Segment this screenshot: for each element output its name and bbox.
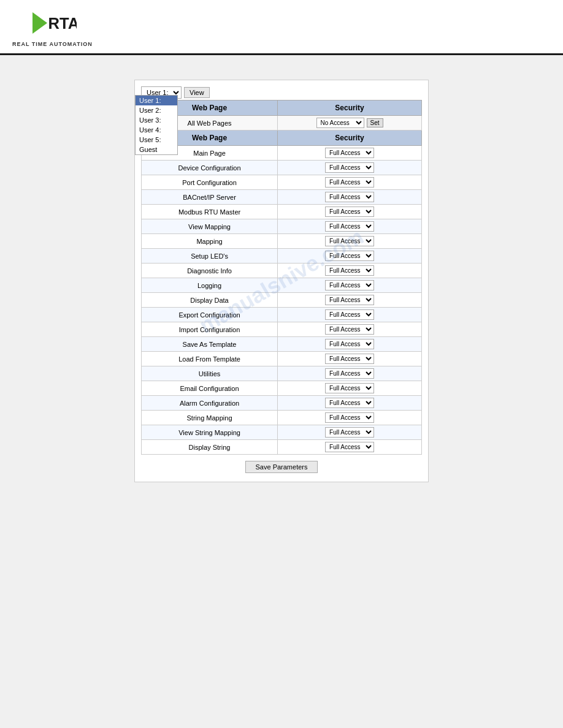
access-select[interactable]: Full AccessRead OnlyNo Access — [325, 354, 374, 364]
security-cell: Full AccessRead OnlyNo Access — [278, 411, 422, 425]
security-cell: Full AccessRead OnlyNo Access — [278, 264, 422, 278]
main-content: manualsnive.com User 1: User 2: User 3: … — [0, 55, 563, 507]
access-select[interactable]: Full AccessRead OnlyNo Access — [325, 251, 374, 261]
sub-header-security: Security — [278, 131, 422, 146]
access-select[interactable]: Full AccessRead OnlyNo Access — [325, 309, 374, 320]
security-cell: Full AccessRead OnlyNo Access — [278, 234, 422, 249]
security-cell: Full AccessRead OnlyNo Access — [278, 161, 422, 175]
dropdown-item-user2[interactable]: User 2: — [136, 105, 177, 115]
security-cell: Full AccessRead OnlyNo Access — [278, 425, 422, 440]
dropdown-item-guest[interactable]: Guest — [136, 145, 177, 154]
panel: manualsnive.com User 1: User 2: User 3: … — [134, 80, 429, 482]
user-dropdown-menu[interactable]: User 1: User 2: User 3: User 4: User 5: … — [135, 95, 178, 155]
save-parameters-button[interactable]: Save Parameters — [245, 461, 318, 473]
header: RTA REAL TIME AUTOMATION — [0, 0, 563, 55]
table-row: Modbus RTU Master Full AccessRead OnlyNo… — [142, 205, 422, 219]
access-select[interactable]: Full AccessRead OnlyNo Access — [325, 236, 374, 246]
access-select[interactable]: Full AccessRead OnlyNo Access — [325, 265, 374, 276]
access-select[interactable]: Full AccessRead OnlyNo Access — [325, 412, 374, 423]
security-cell: Full AccessRead OnlyNo Access — [278, 146, 422, 161]
user-selector-row: User 1: User 2: User 3: User 4: User 5: … — [141, 86, 422, 99]
security-cell: Full AccessRead OnlyNo Access — [278, 366, 422, 381]
webpage-label: Logging — [142, 278, 278, 293]
table-row: Display String Full AccessRead OnlyNo Ac… — [142, 440, 422, 455]
access-select[interactable]: Full AccessRead OnlyNo Access — [325, 221, 374, 232]
security-cell: Full AccessRead OnlyNo Access — [278, 396, 422, 411]
access-select[interactable]: Full AccessRead OnlyNo Access — [325, 192, 374, 202]
table-row: View Mapping Full AccessRead OnlyNo Acce… — [142, 219, 422, 234]
save-params-row: Save Parameters — [141, 455, 422, 476]
webpage-label: BACnet/IP Server — [142, 190, 278, 205]
access-select[interactable]: Full AccessRead OnlyNo Access — [325, 339, 374, 349]
access-select[interactable]: Full AccessRead OnlyNo Access — [325, 280, 374, 290]
access-select[interactable]: Full AccessRead OnlyNo Access — [325, 442, 374, 452]
all-pages-row: All Web Pages No Access Read Only Full A… — [142, 116, 422, 131]
security-cell: Full AccessRead OnlyNo Access — [278, 440, 422, 455]
security-cell: Full AccessRead OnlyNo Access — [278, 249, 422, 264]
security-cell: Full AccessRead OnlyNo Access — [278, 219, 422, 234]
webpage-label: Mapping — [142, 234, 278, 249]
access-select[interactable]: Full AccessRead OnlyNo Access — [325, 148, 374, 158]
security-cell: Full AccessRead OnlyNo Access — [278, 381, 422, 396]
webpage-label: View String Mapping — [142, 425, 278, 440]
access-select[interactable]: Full AccessRead OnlyNo Access — [325, 324, 374, 335]
svg-text:RTA: RTA — [48, 15, 77, 32]
webpage-label: Save As Template — [142, 337, 278, 352]
all-pages-access-select[interactable]: No Access Read Only Full Access — [316, 118, 364, 128]
access-select[interactable]: Full AccessRead OnlyNo Access — [325, 383, 374, 393]
table-row: Save As Template Full AccessRead OnlyNo … — [142, 337, 422, 352]
dropdown-item-user5[interactable]: User 5: — [136, 135, 177, 145]
webpage-label: Diagnostic Info — [142, 264, 278, 278]
set-button[interactable]: Set — [367, 118, 383, 127]
dropdown-item-user4[interactable]: User 4: — [136, 125, 177, 135]
access-select[interactable]: Full AccessRead OnlyNo Access — [325, 177, 374, 188]
security-cell: Full AccessRead OnlyNo Access — [278, 337, 422, 352]
security-cell: Full AccessRead OnlyNo Access — [278, 322, 422, 337]
access-select[interactable]: Full AccessRead OnlyNo Access — [325, 368, 374, 379]
security-cell: Full AccessRead OnlyNo Access — [278, 190, 422, 205]
sub-header-row: Web Page Security — [142, 131, 422, 146]
webpage-label: View Mapping — [142, 219, 278, 234]
security-cell: Full AccessRead OnlyNo Access — [278, 293, 422, 308]
table-row: BACnet/IP Server Full AccessRead OnlyNo … — [142, 190, 422, 205]
dropdown-item-user1[interactable]: User 1: — [136, 96, 177, 105]
webpage-label: Export Configuration — [142, 308, 278, 322]
table-row: Display Data Full AccessRead OnlyNo Acce… — [142, 293, 422, 308]
table-row: Email Configuration Full AccessRead Only… — [142, 381, 422, 396]
rta-logo-icon: RTA — [28, 6, 77, 40]
webpage-label: Email Configuration — [142, 381, 278, 396]
logo-text: REAL TIME AUTOMATION — [12, 41, 93, 47]
table-row: Mapping Full AccessRead OnlyNo Access — [142, 234, 422, 249]
access-select[interactable]: Full AccessRead OnlyNo Access — [325, 427, 374, 438]
webpage-label: Display Data — [142, 293, 278, 308]
security-cell: Full AccessRead OnlyNo Access — [278, 352, 422, 366]
view-button[interactable]: View — [184, 87, 210, 98]
security-cell: Full AccessRead OnlyNo Access — [278, 308, 422, 322]
webpage-label: Display String — [142, 440, 278, 455]
table-row: Setup LED's Full AccessRead OnlyNo Acces… — [142, 249, 422, 264]
webpage-label: Modbus RTU Master — [142, 205, 278, 219]
table-row: Alarm Configuration Full AccessRead Only… — [142, 396, 422, 411]
webpage-label: Port Configuration — [142, 175, 278, 190]
table-row: Utilities Full AccessRead OnlyNo Access — [142, 366, 422, 381]
webpage-label: Setup LED's — [142, 249, 278, 264]
dropdown-item-user3[interactable]: User 3: — [136, 115, 177, 125]
access-select[interactable]: Full AccessRead OnlyNo Access — [325, 207, 374, 217]
access-select[interactable]: Full AccessRead OnlyNo Access — [325, 295, 374, 305]
webpage-label: Alarm Configuration — [142, 396, 278, 411]
webpage-label: Device Configuration — [142, 161, 278, 175]
logo-container: RTA REAL TIME AUTOMATION — [12, 6, 93, 47]
access-select[interactable]: Full AccessRead OnlyNo Access — [325, 162, 374, 173]
webpage-label: Load From Template — [142, 352, 278, 366]
table-row: Load From Template Full AccessRead OnlyN… — [142, 352, 422, 366]
table-row: String Mapping Full AccessRead OnlyNo Ac… — [142, 411, 422, 425]
security-cell: Full AccessRead OnlyNo Access — [278, 205, 422, 219]
access-select[interactable]: Full AccessRead OnlyNo Access — [325, 398, 374, 408]
table-row: Logging Full AccessRead OnlyNo Access — [142, 278, 422, 293]
table-row: View String Mapping Full AccessRead Only… — [142, 425, 422, 440]
security-table: Web Page Security All Web Pages No Acces… — [141, 100, 422, 455]
webpage-label: Import Configuration — [142, 322, 278, 337]
table-row: Diagnostic Info Full AccessRead OnlyNo A… — [142, 264, 422, 278]
table-row: Main Page Full AccessRead OnlyNo Access — [142, 146, 422, 161]
table-row: Port Configuration Full AccessRead OnlyN… — [142, 175, 422, 190]
